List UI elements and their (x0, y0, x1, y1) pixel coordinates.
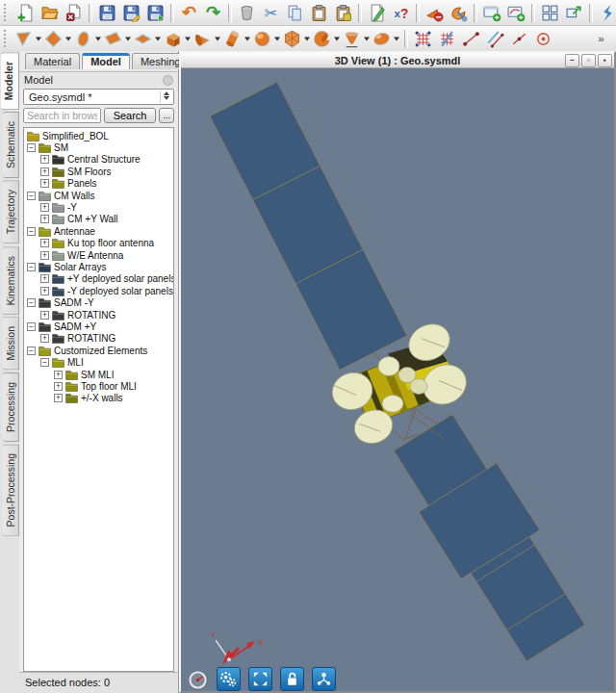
tree-expander-icon[interactable]: + (54, 382, 63, 391)
tree-item[interactable]: Simplified_BOL (24, 130, 173, 141)
search-input[interactable] (23, 108, 101, 123)
tree-expander-icon[interactable]: − (27, 346, 36, 355)
minimize-button[interactable]: − (565, 54, 579, 67)
mesh-display-button[interactable] (411, 27, 435, 50)
delete-shape-button[interactable] (423, 1, 447, 24)
shape-polygon-dropdown-icon[interactable] (153, 30, 162, 47)
shape-polygon-icon[interactable] (133, 29, 153, 49)
tree-item[interactable]: ++/-X walls (24, 393, 173, 404)
polyline-button[interactable] (507, 27, 531, 50)
kinematics-view-button[interactable] (312, 667, 336, 691)
module-tab-kinematics[interactable]: Kinematics (3, 246, 19, 315)
module-tab-post-processing[interactable]: Post-Processing (3, 444, 19, 536)
undo-button[interactable]: ↶ (177, 1, 201, 24)
shape-cylinder-dropdown-icon[interactable] (243, 30, 251, 47)
new-file-button[interactable] (13, 1, 38, 24)
copy-button[interactable] (283, 1, 307, 24)
tree-item[interactable]: +Central Structure (24, 154, 173, 166)
tree-expander-icon[interactable]: + (40, 239, 49, 247)
module-tab-modeler[interactable]: Modeler (1, 52, 19, 110)
module-tab-processing[interactable]: Processing (3, 372, 19, 442)
save-as-button[interactable] (119, 1, 143, 24)
shape-polygon-tool[interactable] (133, 29, 162, 49)
tree-expander-icon[interactable]: + (40, 155, 49, 164)
tree-item[interactable]: −SM (24, 141, 173, 153)
shape-triangle-dropdown-icon[interactable] (34, 30, 42, 47)
shape-rectangle-dropdown-icon[interactable] (123, 30, 132, 47)
shape-hemisphere-icon[interactable] (312, 29, 332, 49)
shape-cone-tool[interactable] (192, 29, 221, 49)
paste-special-button[interactable] (331, 1, 355, 24)
shape-sphere-icon[interactable] (252, 29, 272, 49)
tree-item[interactable]: +SM Floors (24, 166, 173, 177)
search-more-button[interactable]: ... (159, 108, 174, 123)
shape-cylinder-tool[interactable] (222, 29, 251, 49)
shape-ellipsoid-icon[interactable] (372, 29, 392, 49)
context-help-button[interactable]: x? (389, 1, 413, 24)
tree-expander-icon[interactable]: − (27, 143, 36, 152)
shape-box-dropdown-icon[interactable] (183, 30, 192, 47)
tree-item[interactable]: −MLI (24, 356, 173, 368)
tree-expander-icon[interactable]: + (54, 371, 63, 379)
tree-expander-icon[interactable]: − (27, 322, 36, 331)
overflow-icon[interactable]: » (589, 27, 613, 50)
shape-triangle-tool[interactable] (13, 29, 42, 49)
tree-item[interactable]: +ROTATING (24, 309, 173, 321)
line-segment-button[interactable] (459, 27, 483, 50)
module-tab-schematic[interactable]: Schematic (3, 112, 19, 178)
shape-quadrangle-icon[interactable] (43, 29, 64, 49)
tree-expander-icon[interactable]: − (40, 358, 49, 367)
shape-box-icon[interactable] (163, 29, 183, 49)
tree-item[interactable]: −Customized Elements (24, 345, 173, 356)
tree-item[interactable]: +-Y deployed solar panels (24, 285, 173, 296)
shape-disc-dropdown-icon[interactable] (93, 30, 102, 47)
restore-button[interactable]: ▫ (581, 54, 596, 67)
tree-expander-icon[interactable]: + (40, 311, 49, 320)
framerate-button[interactable] (187, 669, 209, 691)
tree-item[interactable]: ++Y deployed solar panels (24, 273, 173, 285)
mesh-edit-button[interactable] (435, 27, 459, 50)
cut-button[interactable]: ✂ (259, 1, 283, 24)
tree-item[interactable]: +Ku top floor antenna (24, 238, 173, 249)
panel-tab-model[interactable]: Model (82, 53, 130, 69)
viewport-3d[interactable]: Y X (181, 68, 614, 691)
tree-item[interactable]: −Antennae (24, 225, 173, 237)
shape-triangle-icon[interactable] (13, 29, 34, 49)
save-all-button[interactable] (143, 1, 167, 24)
new-2d-view-button[interactable] (504, 1, 528, 24)
delete-button[interactable] (235, 1, 259, 24)
shape-ellipsoid-tool[interactable] (372, 29, 400, 49)
fit-view-button[interactable] (248, 667, 272, 691)
tree-expander-icon[interactable]: + (40, 215, 49, 223)
tree-expander-icon[interactable]: + (40, 167, 49, 176)
shape-sphere-tool[interactable] (252, 29, 281, 49)
detach-view-button[interactable] (562, 1, 586, 24)
tree-expander-icon[interactable]: + (40, 179, 49, 188)
module-tab-mission[interactable]: Mission (3, 317, 19, 371)
panel-tab-material[interactable]: Material (25, 53, 80, 69)
shape-sphere-dropdown-icon[interactable] (272, 30, 281, 47)
tree-item[interactable]: +ROTATING (24, 333, 173, 345)
view-titlebar[interactable]: 3D View (1) : Geo.sysmdl −▫▪ (181, 53, 614, 68)
shape-ellipsoid-dropdown-icon[interactable] (392, 30, 400, 47)
shape-rectangle-icon[interactable] (103, 29, 123, 49)
shape-cylinder-icon[interactable] (222, 29, 243, 49)
shape-polyhedron-dropdown-icon[interactable] (302, 30, 311, 47)
parallel-lines-button[interactable] (483, 27, 507, 50)
lock-view-button[interactable] (280, 667, 304, 691)
edit-button[interactable] (365, 1, 389, 24)
shape-box-tool[interactable] (163, 29, 192, 49)
open-file-button[interactable] (38, 1, 62, 24)
tree-expander-icon[interactable]: + (40, 251, 49, 260)
redo-button[interactable]: ↷ (201, 1, 225, 24)
point-button[interactable] (531, 27, 555, 50)
tree-expander-icon[interactable]: + (40, 274, 49, 283)
tree-item[interactable]: −SADM -Y (24, 296, 173, 308)
new-3d-view-button[interactable] (480, 1, 504, 24)
combo-spinner-icon[interactable] (160, 90, 171, 103)
tree-item[interactable]: +Top floor MLI (24, 380, 173, 392)
tree-item[interactable]: +Panels (24, 178, 173, 190)
shape-disc-icon[interactable] (73, 29, 93, 49)
tree-expander-icon[interactable]: − (27, 192, 36, 200)
toolbar-grip[interactable] (4, 30, 11, 47)
